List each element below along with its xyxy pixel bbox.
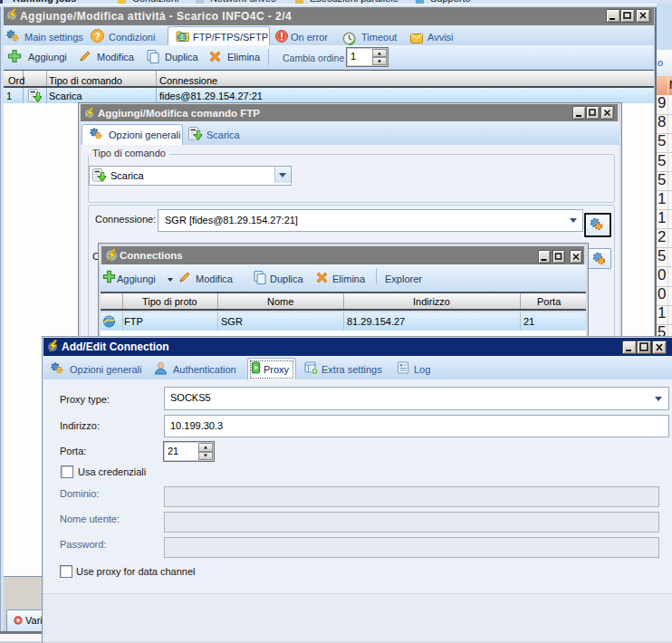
svg-text:?: ?	[94, 32, 100, 42]
